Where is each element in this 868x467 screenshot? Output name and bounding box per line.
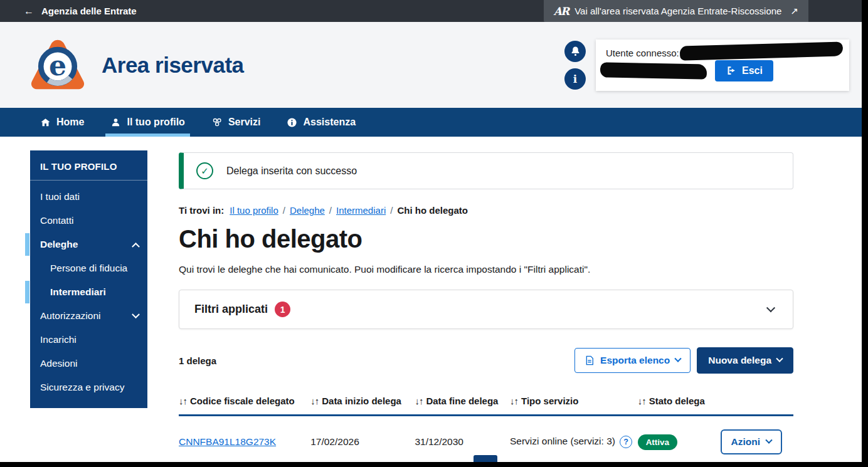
sort-icon: ↓↑ [510, 396, 518, 406]
sort-icon: ↓↑ [179, 396, 187, 406]
home-icon [40, 117, 51, 128]
chevron-down-icon [765, 437, 772, 444]
page-description: Qui trovi le deleghe che hai comunicato.… [179, 264, 793, 275]
sidebar-item-label: Intermediari [50, 286, 106, 298]
chevron-down-icon [132, 310, 140, 318]
success-alert-message: Delega inserita con successo [226, 165, 357, 177]
export-list-button[interactable]: Esporta elenco [574, 348, 691, 373]
brand[interactable]: e Area riservata [28, 38, 244, 93]
actions-button[interactable]: Azioni [721, 429, 783, 454]
notifications-button[interactable] [564, 41, 586, 62]
sidebar-item-intermediari[interactable]: Intermediari [30, 280, 147, 304]
column-header-data-fine[interactable]: ↓↑Data fine delega [415, 391, 510, 416]
nav-item-home[interactable]: Home [39, 108, 85, 137]
breadcrumb: Ti trovi in: Il tuo profilo / Deleghe / … [179, 205, 793, 216]
codice-fiscale-link[interactable]: CNNFBA91L18G273K [179, 436, 276, 447]
nav-label: Servizi [228, 117, 261, 128]
column-header-tipo-servizio[interactable]: ↓↑Tipo servizio [510, 391, 638, 416]
riscossione-link[interactable]: AR Vai all'area riservata Agenzia Entrat… [544, 0, 808, 22]
sort-icon: ↓↑ [638, 396, 646, 406]
nav-label: Il tuo profilo [127, 117, 184, 128]
breadcrumb-separator: / [283, 205, 285, 216]
applied-filters-label: Filtri applicati [194, 303, 268, 316]
sidebar-item-deleghe[interactable]: Deleghe [30, 233, 147, 256]
info-button[interactable]: i [564, 68, 586, 90]
breadcrumb-prefix: Ti trovi in: [179, 205, 224, 216]
bottom-edge-bar [0, 462, 868, 467]
header-right: i Utente connesso: Esci [564, 39, 849, 91]
chevron-down-icon [675, 355, 682, 362]
sidebar-item-label: Sicurezza e privacy [40, 382, 124, 393]
export-file-icon [585, 355, 595, 365]
applied-filters-accordion[interactable]: Filtri applicati 1 [179, 290, 793, 329]
filter-count-badge: 1 [275, 302, 290, 317]
riscossione-label: Vai all'area riservata Agenzia Entrate-R… [574, 6, 781, 16]
nav-item-assistenza[interactable]: Assistenza [285, 108, 357, 137]
chevron-down-icon [776, 355, 783, 362]
sidebar-item-label: Incarichi [40, 334, 77, 345]
column-header-actions [720, 391, 793, 416]
sidebar-item-persone-di-fiducia[interactable]: Persone di fiducia [30, 256, 147, 280]
column-header-codice-fiscale[interactable]: ↓↑Codice fiscale delegato [179, 391, 310, 416]
right-edge-bar [862, 0, 868, 467]
svg-text:e: e [49, 50, 66, 81]
logout-label: Esci [742, 65, 763, 76]
column-label: Tipo servizio [521, 396, 578, 406]
redacted-userid [600, 62, 707, 79]
sidebar-item-i-tuoi-dati[interactable]: I tuoi dati [30, 185, 147, 209]
check-circle-icon: ✓ [196, 162, 213, 179]
sort-icon: ↓↑ [310, 396, 319, 406]
back-arrow-icon: ← [24, 6, 34, 17]
profile-sidebar: IL TUO PROFILO I tuoi dati Contatti Dele… [30, 150, 147, 408]
top-utility-bar: ← Agenzia delle Entrate AR Vai all'area … [0, 0, 868, 22]
info-icon: i [573, 73, 577, 85]
content-area: IL TUO PROFILO I tuoi dati Contatti Dele… [0, 137, 868, 467]
column-label: Data fine delega [426, 396, 498, 406]
sidebar-item-label: Contatti [40, 215, 73, 226]
sidebar-item-label: Persone di fiducia [50, 263, 127, 274]
sort-icon: ↓↑ [415, 396, 423, 406]
sidebar-item-contatti[interactable]: Contatti [30, 209, 147, 233]
nav-item-servizi[interactable]: Servizi [210, 108, 262, 137]
column-label: Codice fiscale delegato [190, 396, 295, 406]
services-icon [211, 117, 223, 128]
column-header-stato-delega[interactable]: ↓↑Stato delega [638, 391, 721, 416]
success-alert: ✓ Delega inserita con successo [179, 152, 793, 189]
back-to-agenzia-link[interactable]: ← Agenzia delle Entrate [0, 0, 137, 22]
nav-item-il-tuo-profilo[interactable]: Il tuo profilo [109, 108, 186, 137]
export-list-label: Esporta elenco [600, 355, 670, 366]
cell-actions: Azioni [720, 416, 793, 467]
agenzia-riscossione-logo-icon: AR [554, 5, 568, 18]
check-glyph: ✓ [201, 165, 209, 177]
person-icon [110, 117, 121, 128]
sidebar-item-label: Deleghe [40, 239, 78, 250]
agenzia-entrate-logo-icon: e [28, 38, 88, 93]
sidebar-item-adesioni[interactable]: Adesioni [30, 352, 147, 375]
sidebar-item-sicurezza-e-privacy[interactable]: Sicurezza e privacy [30, 375, 147, 399]
help-question-icon[interactable]: ? [620, 436, 632, 448]
sidebar-item-label: Autorizzazioni [40, 310, 101, 322]
assistance-icon [287, 117, 297, 128]
new-delega-button[interactable]: Nuova delega [697, 347, 793, 374]
breadcrumb-link-intermediari[interactable]: Intermediari [336, 205, 386, 216]
breadcrumb-link-il-tuo-profilo[interactable]: Il tuo profilo [230, 205, 278, 216]
main-panel: ✓ Delega inserita con successo Ti trovi … [179, 150, 793, 467]
breadcrumb-separator: / [329, 205, 332, 216]
cell-tipo-servizio: Servizi online (servizi: 3)? [510, 416, 638, 467]
question-glyph: ? [623, 438, 628, 446]
header-icon-column: i [564, 41, 586, 90]
breadcrumb-separator: / [390, 205, 393, 216]
sidebar-item-incarichi[interactable]: Incarichi [30, 328, 147, 352]
sidebar-title: IL TUO PROFILO [30, 150, 147, 180]
sidebar-item-autorizzazioni[interactable]: Autorizzazioni [30, 304, 147, 328]
sidebar-item-label: I tuoi dati [40, 191, 80, 202]
logout-button[interactable]: Esci [715, 60, 773, 81]
breadcrumb-link-deleghe[interactable]: Deleghe [290, 205, 325, 216]
app-window: ← Agenzia delle Entrate AR Vai all'area … [0, 0, 868, 467]
redacted-username [680, 41, 844, 60]
column-label: Data inizio delega [322, 396, 401, 406]
sidebar-menu: I tuoi dati Contatti Deleghe Persone di … [30, 181, 147, 404]
sidebar-item-label: Adesioni [40, 358, 77, 369]
cell-data-inizio: 17/02/2026 [310, 416, 415, 467]
column-header-data-inizio[interactable]: ↓↑Data inizio delega [310, 391, 415, 416]
